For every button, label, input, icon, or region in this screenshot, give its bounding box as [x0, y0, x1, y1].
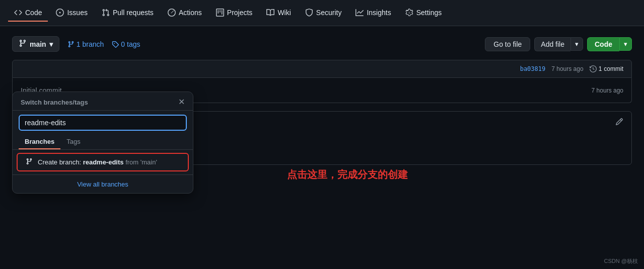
commit-time: 7 hours ago: [551, 65, 583, 72]
dropdown-tabs: Branches Tags: [13, 135, 193, 150]
branch-icon: [19, 39, 27, 49]
branches-link[interactable]: 1 branch: [67, 40, 104, 48]
current-branch: main: [30, 40, 46, 48]
nav-pr-label: Pull requests: [113, 9, 154, 17]
branches-count: 1: [77, 40, 81, 48]
nav-insights[interactable]: Insights: [349, 5, 397, 22]
nav-actions[interactable]: Actions: [162, 5, 208, 22]
create-from: from 'main': [125, 158, 157, 166]
security-icon: [305, 9, 313, 17]
edit-icon[interactable]: [615, 118, 623, 127]
add-file-dropdown-button[interactable]: ▾: [570, 37, 583, 51]
repo-actions: Go to file Add file ▾ Code ▾: [485, 37, 632, 51]
repo-bar: main ▾ 1 branch 0 tags Go to file Add fi…: [12, 36, 632, 52]
dropdown-header: Switch branches/tags ✕: [13, 92, 193, 111]
nav-projects-label: Projects: [227, 9, 253, 17]
dropdown-footer: View all branches: [13, 174, 193, 193]
issue-icon: [56, 9, 64, 17]
goto-file-button[interactable]: Go to file: [485, 37, 530, 51]
code-icon: [14, 9, 22, 17]
tab-tags[interactable]: Tags: [60, 135, 86, 149]
insights-icon: [355, 9, 364, 17]
create-branch-item[interactable]: Create branch: readme-edits from 'main': [17, 153, 189, 171]
watermark: CSDN @杨枝: [604, 257, 638, 265]
chevron-down-icon: ▾: [49, 40, 53, 48]
nav-pullrequests[interactable]: Pull requests: [96, 5, 160, 22]
nav-issues[interactable]: Issues: [50, 5, 93, 22]
projects-icon: [216, 9, 224, 17]
branch-dropdown-panel: Switch branches/tags ✕ Branches Tags Cre…: [12, 92, 193, 194]
code-dropdown-button[interactable]: ▾: [619, 37, 632, 51]
nav-security-label: Security: [316, 9, 342, 17]
pr-icon: [102, 9, 110, 17]
branch-tag-info: 1 branch 0 tags: [67, 40, 140, 48]
top-nav: Code Issues Pull requests Actions Projec…: [0, 0, 644, 26]
branches-label: branch: [82, 40, 104, 48]
tags-count: 0: [121, 40, 125, 48]
actions-icon: [168, 9, 176, 17]
nav-settings-label: Settings: [416, 9, 442, 17]
branch-selector[interactable]: main ▾: [12, 36, 59, 52]
nav-wiki-label: Wiki: [277, 9, 291, 17]
branch-icon-small: [26, 158, 33, 166]
nav-security[interactable]: Security: [299, 5, 348, 22]
commit-count-wrapper: 1 commit: [590, 65, 623, 72]
nav-code[interactable]: Code: [8, 5, 48, 22]
add-file-split: Add file ▾: [534, 37, 583, 51]
code-button[interactable]: Code: [587, 37, 619, 51]
commit-hash[interactable]: ba03819: [520, 65, 546, 72]
create-prefix: Create branch:: [38, 158, 81, 166]
file-time: 7 hours ago: [592, 87, 623, 94]
nav-issues-label: Issues: [67, 9, 87, 17]
create-name: readme-edits: [83, 158, 124, 166]
nav-code-label: Code: [25, 9, 42, 17]
tags-label: tags: [127, 40, 140, 48]
wiki-icon: [266, 9, 274, 17]
nav-insights-label: Insights: [367, 9, 391, 17]
main-content: main ▾ 1 branch 0 tags Go to file Add fi…: [0, 26, 644, 175]
commit-count-num: 1: [599, 65, 602, 72]
tags-link[interactable]: 0 tags: [112, 40, 140, 48]
add-file-button[interactable]: Add file: [534, 37, 570, 51]
annotation-text: 点击这里，完成分支的创建: [287, 168, 408, 182]
dropdown-title: Switch branches/tags: [21, 99, 88, 106]
nav-wiki[interactable]: Wiki: [260, 5, 297, 22]
view-all-branches-link[interactable]: View all branches: [77, 181, 128, 188]
dropdown-search-area: [13, 111, 193, 135]
settings-icon: [405, 9, 413, 17]
branch-search-input[interactable]: [19, 115, 187, 131]
nav-settings[interactable]: Settings: [399, 5, 448, 22]
tab-branches[interactable]: Branches: [19, 135, 60, 149]
commit-bar: ba03819 7 hours ago 1 commit: [12, 60, 632, 78]
code-split-button: Code ▾: [587, 37, 632, 51]
nav-actions-label: Actions: [179, 9, 202, 17]
create-branch-text: Create branch: readme-edits from 'main': [38, 158, 157, 166]
commit-count-label: commit: [604, 65, 623, 72]
dropdown-close-button[interactable]: ✕: [178, 98, 185, 106]
nav-projects[interactable]: Projects: [210, 5, 259, 22]
